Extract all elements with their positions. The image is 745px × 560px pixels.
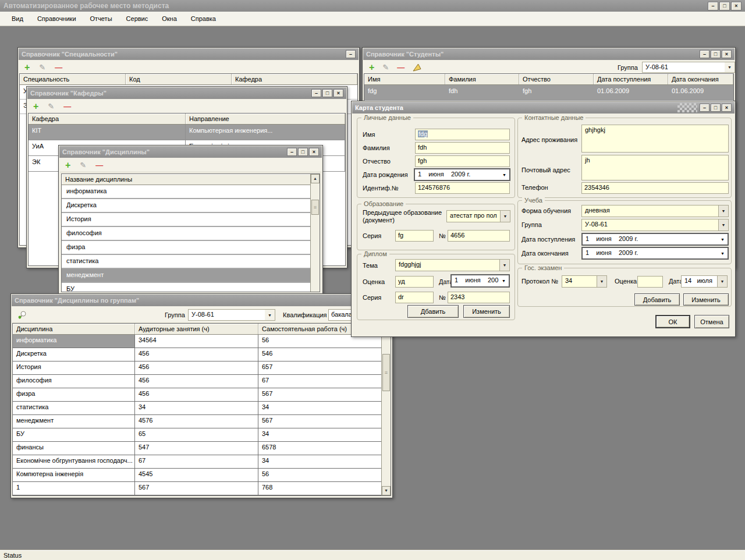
exam-edit-button[interactable]: Изменить <box>683 293 729 306</box>
menu-service[interactable]: Сервис <box>120 13 154 24</box>
chevron-down-icon[interactable]: ▼ <box>265 310 275 320</box>
chevron-down-icon[interactable]: ▼ <box>718 248 728 258</box>
exam-add-button[interactable]: Добавить <box>634 293 680 306</box>
series-field[interactable]: fg <box>395 230 434 242</box>
protocol-combobox[interactable]: 34 ▼ <box>562 275 607 288</box>
column-header[interactable]: Название дисциплины <box>62 174 310 185</box>
students-titlebar[interactable]: Справочник "Студенты" – □ × <box>363 48 735 60</box>
patronymic-field[interactable]: fgh <box>415 155 510 167</box>
table-row[interactable]: 1 567 768 <box>13 482 381 495</box>
number-field[interactable]: 2343 <box>448 292 510 303</box>
remove-icon[interactable]: — <box>397 65 405 70</box>
postal-address-textarea[interactable]: jh <box>581 155 729 180</box>
close-icon[interactable]: × <box>722 50 732 58</box>
chevron-down-icon[interactable]: ▼ <box>500 211 510 222</box>
minimize-icon[interactable]: – <box>708 2 718 10</box>
grad-date-picker[interactable]: 1 июня 2009 г. ▼ <box>581 247 729 260</box>
group-combobox[interactable]: У-08-61 ▼ <box>642 62 735 73</box>
menu-help[interactable]: Справка <box>185 13 222 24</box>
list-item[interactable]: Дискретка <box>62 199 310 213</box>
maximize-icon[interactable]: □ <box>322 89 332 97</box>
column-header[interactable]: Дисциплина <box>13 324 135 334</box>
column-header[interactable]: Специальность <box>20 74 126 84</box>
remove-icon[interactable]: — <box>95 162 103 168</box>
surname-field[interactable]: fdh <box>415 142 510 154</box>
chevron-down-icon[interactable]: ▼ <box>499 275 509 286</box>
group-combobox[interactable]: У-08-61 ▼ <box>188 309 275 321</box>
minimize-icon[interactable]: – <box>700 50 709 58</box>
restore-icon[interactable]: □ <box>719 2 730 10</box>
edit-icon[interactable]: ✎ <box>80 161 86 169</box>
student-card-titlebar[interactable]: Карта студента – □ × <box>352 102 735 114</box>
table-row[interactable]: физра 456 567 <box>13 388 381 402</box>
table-row[interactable]: Компютерна інженерія 4545 56 <box>13 469 381 482</box>
table-row[interactable]: информатика 34564 56 <box>13 335 381 348</box>
chevron-down-icon[interactable]: ▼ <box>718 219 728 231</box>
diploma-add-button[interactable]: Дбавить <box>407 305 459 318</box>
table-row[interactable]: КІТ Компьютерная инженерия... <box>29 125 345 140</box>
chevron-down-icon[interactable]: ▼ <box>597 276 606 287</box>
previous-education-combobox[interactable]: атестат про пол ▼ <box>446 210 510 222</box>
close-icon[interactable]: × <box>309 148 319 156</box>
enroll-date-picker[interactable]: 1 июня 2009 г. ▼ <box>581 233 729 246</box>
column-header[interactable]: Имя <box>364 74 445 84</box>
ok-button[interactable]: ОК <box>655 315 690 328</box>
table-row[interactable]: финансы 547 6578 <box>13 442 381 455</box>
menu-windows[interactable]: Окна <box>156 13 183 24</box>
menu-view[interactable]: Вид <box>6 13 29 24</box>
menu-directories[interactable]: Справочники <box>31 13 82 24</box>
menu-reports[interactable]: Отчеты <box>84 13 118 24</box>
diploma-date-picker[interactable]: 1 июня 200 ▼ <box>450 274 510 288</box>
chevron-down-icon[interactable]: ▼ <box>718 205 728 217</box>
table-row[interactable]: статистика 34 34 <box>13 402 381 415</box>
edit-icon[interactable]: ✎ <box>39 63 45 72</box>
column-header[interactable]: Кафедра <box>29 114 186 124</box>
table-row[interactable]: БУ 65 34 <box>13 428 381 442</box>
table-row[interactable]: менеджмент 4576 567 <box>13 415 381 428</box>
vertical-scrollbar[interactable]: ▲ ≡ <box>310 174 320 292</box>
add-icon[interactable]: + <box>65 161 70 169</box>
id-number-field[interactable]: 124576876 <box>415 182 510 194</box>
close-icon[interactable]: × <box>731 2 742 10</box>
theme-combobox[interactable]: fdgghjgj ▼ <box>395 259 510 271</box>
series-field[interactable]: dr <box>395 292 434 303</box>
diploma-edit-button[interactable]: Изменить <box>463 305 510 318</box>
column-header[interactable]: Фамилия <box>445 74 519 84</box>
edit-icon[interactable]: ✎ <box>382 63 389 72</box>
disciplines-titlebar[interactable]: Справочник "Дисциплины" – □ × <box>59 146 322 158</box>
number-field[interactable]: 4656 <box>448 230 510 242</box>
add-icon[interactable]: + <box>33 102 38 111</box>
study-group-combobox[interactable]: У-08-61 ▼ <box>581 219 729 231</box>
main-titlebar[interactable]: Автоматизированное рабочее место методис… <box>0 0 745 12</box>
view-refresh-icon[interactable] <box>17 310 27 320</box>
maximize-icon[interactable]: □ <box>711 104 721 112</box>
column-header[interactable]: Аудиторные занятия (ч) <box>135 324 258 334</box>
departments-titlebar[interactable]: Справочник "Кафедры" – □ × <box>27 87 346 99</box>
table-row[interactable]: История 456 657 <box>13 361 381 375</box>
specialties-titlebar[interactable]: Справочник "Специальности" – <box>19 48 359 60</box>
cancel-button[interactable]: Отмена <box>694 315 729 328</box>
chevron-down-icon[interactable]: ▼ <box>725 62 735 72</box>
table-row[interactable]: философия 456 67 <box>13 375 381 388</box>
add-icon[interactable]: + <box>369 63 374 72</box>
minimize-icon[interactable]: – <box>287 148 297 156</box>
list-item-selected[interactable]: менеджмент <box>62 269 310 283</box>
list-item[interactable]: статистика <box>62 255 310 269</box>
table-row[interactable]: Дискретка 456 546 <box>13 348 381 361</box>
scrollbar-thumb[interactable]: ≡ <box>311 200 319 215</box>
list-item[interactable]: физра <box>62 241 310 255</box>
table-row[interactable]: Економічне обгрунтування господарч... 67… <box>13 455 381 469</box>
phone-field[interactable]: 2354346 <box>581 182 729 194</box>
column-header[interactable]: Направление <box>186 114 345 124</box>
chevron-down-icon[interactable]: ▼ <box>718 234 728 244</box>
scrollbar-thumb[interactable]: ≡ <box>382 354 390 391</box>
maximize-icon[interactable]: □ <box>711 50 721 58</box>
column-header[interactable]: Код <box>126 74 232 84</box>
column-header[interactable]: Дата окончания <box>668 74 733 84</box>
birthdate-picker[interactable]: 1 июня 2009 г. ▼ <box>414 168 510 181</box>
column-header[interactable]: Дата поступления <box>594 74 668 84</box>
address-textarea[interactable]: ghjhgkj <box>581 125 729 153</box>
add-icon[interactable]: + <box>24 63 30 72</box>
minimize-icon[interactable]: – <box>311 89 321 97</box>
remove-icon[interactable]: — <box>55 65 62 70</box>
